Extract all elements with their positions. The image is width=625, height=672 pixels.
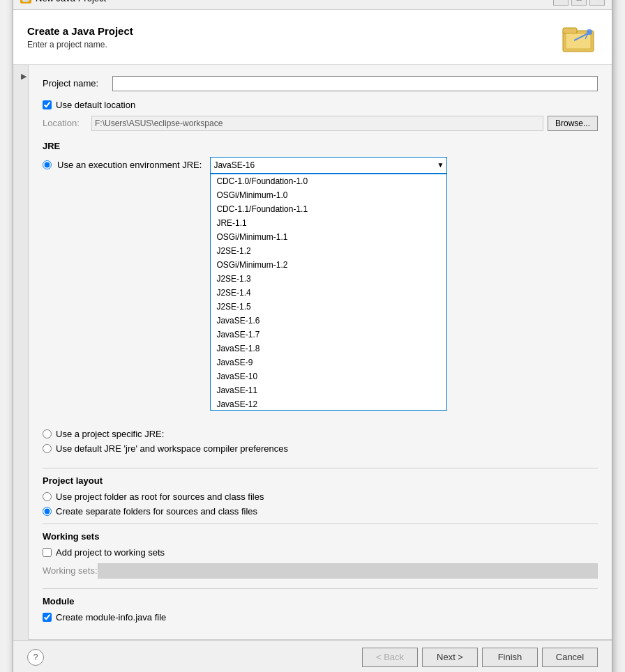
jre-radio3-row: Use default JRE 'jre' and workspace comp…: [43, 443, 598, 454]
module-title: Module: [43, 596, 598, 606]
dialog-content: Project name: Use default location Locat…: [29, 65, 612, 640]
project-folder-icon: [562, 21, 598, 54]
maximize-button[interactable]: □: [571, 0, 587, 6]
working-sets-checkbox[interactable]: [43, 548, 52, 557]
jre-radio3[interactable]: [43, 444, 52, 453]
location-row: Location: Browse...: [43, 116, 598, 131]
layout-radio2-label: Create separate folders for sources and …: [56, 506, 257, 517]
project-name-input[interactable]: [112, 76, 598, 91]
jre-dropdown-arrow: ▼: [437, 161, 444, 169]
dialog-icon: ☕: [20, 0, 31, 3]
dropdown-item-3[interactable]: JRE-1.1: [211, 216, 446, 230]
close-button[interactable]: ✕: [589, 0, 605, 6]
jre-radio1[interactable]: [43, 160, 52, 169]
module-checkbox-label: Create module-info.java file: [56, 612, 166, 623]
layout-radio1-label: Use project folder as root for sources a…: [56, 491, 264, 502]
separator2: [43, 524, 598, 524]
working-sets-checkbox-row: Add project to working sets: [43, 547, 598, 558]
finish-button[interactable]: Finish: [482, 648, 538, 667]
dropdown-item-16[interactable]: JavaSE-12: [211, 397, 446, 411]
help-button[interactable]: ?: [27, 649, 44, 666]
jre-selected-value: JavaSE-16: [213, 160, 437, 170]
dropdown-item-7[interactable]: J2SE-1.3: [211, 272, 446, 286]
module-checkbox-row: Create module-info.java file: [43, 612, 598, 623]
project-name-label: Project name:: [43, 78, 112, 89]
back-button[interactable]: < Back: [362, 648, 418, 667]
dropdown-item-4[interactable]: OSGi/Minimum-1.1: [211, 230, 446, 244]
header-subtitle: Enter a project name.: [27, 40, 133, 49]
cancel-button[interactable]: Cancel: [542, 648, 598, 667]
header-title: Create a Java Project: [27, 25, 133, 37]
use-default-location-row: Use default location: [43, 100, 598, 110]
title-bar-left: ☕ New Java Project: [20, 0, 106, 3]
dropdown-item-12[interactable]: JavaSE-1.8: [211, 342, 446, 356]
project-layout-title: Project layout: [43, 475, 598, 486]
dialog-body: ▶ Project name: Use default location Loc…: [13, 65, 612, 640]
jre-section-title: JRE: [43, 141, 598, 151]
browse-button[interactable]: Browse...: [548, 116, 598, 131]
separator1: [43, 468, 598, 468]
dropdown-item-8[interactable]: J2SE-1.4: [211, 286, 446, 300]
jre-radio1-row: Use an execution environment JRE: JavaSE…: [43, 157, 598, 174]
jre-radio1-label: Use an execution environment JRE:: [57, 160, 202, 170]
module-section: Module Create module-info.java file: [43, 596, 598, 623]
use-default-location-label: Use default location: [56, 100, 135, 110]
project-name-row: Project name:: [43, 76, 598, 91]
svg-rect-1: [563, 28, 577, 33]
dropdown-item-0[interactable]: CDC-1.0/Foundation-1.0: [211, 174, 446, 188]
jre-dropdown-list: CDC-1.0/Foundation-1.0 OSGi/Minimum-1.0 …: [210, 174, 447, 411]
header-text: Create a Java Project Enter a project na…: [27, 25, 133, 49]
dialog-footer: ? < Back Next > Finish Cancel: [13, 640, 612, 673]
left-sidebar: ▶: [13, 65, 29, 640]
dialog-title: New Java Project: [36, 0, 106, 3]
layout-radio2-row: Create separate folders for sources and …: [43, 506, 598, 517]
jre-radio2[interactable]: [43, 429, 52, 438]
dropdown-item-13[interactable]: JavaSE-9: [211, 356, 446, 369]
layout-radio2[interactable]: [43, 507, 52, 516]
sidebar-arrow: ▶: [21, 72, 27, 81]
working-sets-label: Working sets:: [43, 565, 98, 576]
jre-radio2-label: Use a project specific JRE:: [56, 429, 164, 439]
location-input[interactable]: [91, 116, 543, 131]
dropdown-item-5[interactable]: J2SE-1.2: [211, 244, 446, 258]
minimize-button[interactable]: ─: [553, 0, 568, 6]
jre-combobox[interactable]: JavaSE-16 ▼: [210, 157, 447, 174]
dropdown-item-9[interactable]: J2SE-1.5: [211, 300, 446, 314]
jre-select-wrapper: JavaSE-16 ▼ CDC-1.0/Foundation-1.0 OSGi/…: [210, 157, 447, 174]
jre-radio2-row: Use a project specific JRE:: [43, 429, 598, 439]
dropdown-item-10[interactable]: JavaSE-1.6: [211, 314, 446, 328]
dialog-header: Create a Java Project Enter a project na…: [13, 10, 612, 65]
dropdown-item-1[interactable]: OSGi/Minimum-1.0: [211, 188, 446, 202]
module-checkbox[interactable]: [43, 613, 52, 622]
next-button[interactable]: Next >: [422, 648, 478, 667]
layout-radio1-row: Use project folder as root for sources a…: [43, 491, 598, 502]
dropdown-item-6[interactable]: OSGi/Minimum-1.2: [211, 258, 446, 272]
dropdown-item-2[interactable]: CDC-1.1/Foundation-1.1: [211, 202, 446, 216]
working-sets-checkbox-label: Add project to working sets: [56, 547, 165, 558]
working-sets-title: Working sets: [43, 531, 598, 542]
working-sets-input[interactable]: [98, 563, 598, 579]
title-controls: ─ □ ✕: [553, 0, 605, 6]
dropdown-item-15[interactable]: JavaSE-11: [211, 383, 446, 397]
use-default-location-checkbox[interactable]: [43, 100, 52, 109]
title-bar: ☕ New Java Project ─ □ ✕: [13, 0, 612, 10]
footer-buttons: < Back Next > Finish Cancel: [362, 648, 598, 667]
new-java-project-dialog: ☕ New Java Project ─ □ ✕ Create a Java P…: [13, 0, 612, 672]
location-label: Location:: [43, 118, 91, 128]
jre-radio3-label: Use default JRE 'jre' and workspace comp…: [56, 443, 288, 454]
separator3: [43, 588, 598, 589]
layout-radio1[interactable]: [43, 492, 52, 501]
working-sets-input-row: Working sets:: [43, 563, 598, 579]
dropdown-item-14[interactable]: JavaSE-10: [211, 369, 446, 383]
dropdown-item-11[interactable]: JavaSE-1.7: [211, 328, 446, 342]
